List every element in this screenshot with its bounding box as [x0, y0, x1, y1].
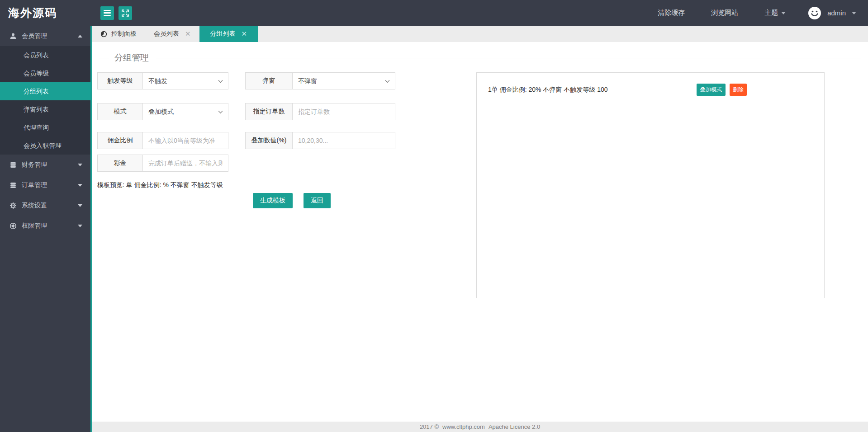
- sidebar-item-finance-management[interactable]: 财务管理: [0, 155, 90, 175]
- globe-icon: [9, 222, 17, 230]
- avatar: [808, 6, 821, 20]
- tab-dashboard[interactable]: 控制面板: [92, 26, 145, 42]
- popup-select[interactable]: 不弹窗: [293, 73, 395, 89]
- username-label: admin: [827, 9, 846, 17]
- mode-select[interactable]: 叠加模式: [143, 103, 228, 120]
- database-icon: [9, 161, 17, 169]
- app-logo: 海外源码: [0, 5, 90, 20]
- sidebar-item-member-level[interactable]: 会员等级: [0, 64, 90, 82]
- fullscreen-button[interactable]: [119, 6, 132, 20]
- sidebar-submenu: 会员列表 会员等级 分组列表 弹窗列表 代理查询 会员入职管理: [0, 46, 90, 155]
- sidebar-item-system-settings[interactable]: 系统设置: [0, 195, 90, 216]
- stack-mode-button[interactable]: 叠加模式: [697, 84, 726, 96]
- trigger-level-group: 触发等级 不触发: [97, 72, 228, 89]
- commission-label: 佣金比例: [98, 132, 143, 149]
- clear-cache-button[interactable]: 清除缓存: [645, 9, 698, 17]
- chevron-up-icon: [78, 35, 82, 38]
- stack-value-input[interactable]: [293, 132, 395, 149]
- chevron-down-icon: [781, 12, 786, 14]
- order-count-label: 指定订单数: [246, 103, 293, 120]
- chevron-down-icon: [78, 204, 82, 207]
- order-count-input[interactable]: [293, 103, 395, 120]
- fullscreen-icon: [122, 9, 129, 17]
- order-count-group: 指定订单数: [245, 103, 395, 120]
- group-form: 触发等级 不触发 弹窗 不弹窗: [97, 72, 414, 208]
- bonus-group: 彩金: [97, 155, 228, 172]
- stack-value-group: 叠加数值(%): [245, 132, 395, 149]
- title-rule: [156, 58, 861, 58]
- footer-site-link[interactable]: www.cltphp.com: [442, 423, 485, 430]
- trigger-level-label: 触发等级: [98, 73, 143, 89]
- commission-input[interactable]: [143, 132, 228, 149]
- sidebar: 会员管理 会员列表 会员等级 分组列表 弹窗列表 代理查询 会员入职管理 财务管…: [0, 26, 90, 432]
- template-list-panel: 1单 佣金比例: 20% 不弹窗 不触发等级 100 叠加模式 删除: [476, 72, 825, 298]
- delete-button[interactable]: 删除: [730, 84, 747, 96]
- tab-member-list[interactable]: 会员列表 ✕: [145, 26, 199, 42]
- tab-group-list[interactable]: 分组列表 ✕: [199, 26, 258, 42]
- title-dash: [99, 58, 109, 58]
- user-menu[interactable]: admin: [808, 6, 856, 20]
- footer-copyright: 2017 ©: [420, 423, 439, 430]
- footer: 2017 © www.cltphp.com Apache Licence 2.0: [92, 422, 868, 432]
- page-title: 分组管理: [114, 52, 149, 64]
- user-icon: [9, 33, 17, 40]
- close-icon[interactable]: ✕: [185, 30, 191, 38]
- chevron-down-icon: [78, 184, 82, 187]
- close-icon[interactable]: ✕: [242, 30, 247, 38]
- sidebar-item-member-entry[interactable]: 会员入职管理: [0, 136, 90, 155]
- sidebar-item-permission-management[interactable]: 权限管理: [0, 216, 90, 236]
- popup-label: 弹窗: [246, 73, 293, 89]
- bonus-label: 彩金: [98, 155, 143, 171]
- theme-menu[interactable]: 主题: [751, 9, 799, 17]
- top-header: 海外源码 清除缓存 浏览网站: [0, 0, 868, 26]
- dashboard-icon: [100, 31, 107, 38]
- chevron-down-icon: [78, 164, 82, 166]
- gear-icon: [9, 202, 17, 209]
- stack-value-label: 叠加数值(%): [246, 132, 293, 149]
- bonus-input[interactable]: [143, 155, 228, 171]
- sidebar-item-agent-query[interactable]: 代理查询: [0, 118, 90, 136]
- generate-template-button[interactable]: 生成模板: [253, 193, 293, 208]
- footer-license: Apache Licence 2.0: [489, 423, 540, 430]
- back-button[interactable]: 返回: [304, 193, 331, 208]
- sidebar-item-popup-list[interactable]: 弹窗列表: [0, 100, 90, 118]
- sidebar-item-order-management[interactable]: 订单管理: [0, 175, 90, 195]
- page-content: 分组管理 触发等级 不触发 弹窗: [92, 42, 868, 422]
- hamburger-icon: [104, 10, 111, 11]
- sidebar-item-group-list[interactable]: 分组列表: [0, 82, 90, 100]
- database-icon: [9, 182, 17, 189]
- page-title-row: 分组管理: [97, 52, 868, 64]
- popup-group: 弹窗 不弹窗: [245, 72, 395, 89]
- trigger-level-select[interactable]: 不触发: [143, 73, 228, 89]
- mode-label: 模式: [98, 103, 143, 120]
- tab-bar: 控制面板 会员列表 ✕ 分组列表 ✕: [92, 26, 868, 42]
- template-preview-text: 模板预览: 单 佣金比例: % 不弹窗 不触发等级: [97, 181, 414, 189]
- chevron-down-icon: [852, 12, 856, 14]
- template-summary: 1单 佣金比例: 20% 不弹窗 不触发等级 100: [488, 86, 608, 94]
- chevron-down-icon: [78, 225, 82, 227]
- sidebar-item-member-management[interactable]: 会员管理: [0, 26, 90, 46]
- commission-group: 佣金比例: [97, 132, 228, 149]
- sidebar-item-member-list[interactable]: 会员列表: [0, 46, 90, 64]
- mode-group: 模式 叠加模式: [97, 103, 228, 120]
- browse-site-button[interactable]: 浏览网站: [698, 9, 751, 17]
- sidebar-toggle-button[interactable]: [100, 6, 114, 20]
- template-row: 1单 佣金比例: 20% 不弹窗 不触发等级 100 叠加模式 删除: [488, 84, 747, 96]
